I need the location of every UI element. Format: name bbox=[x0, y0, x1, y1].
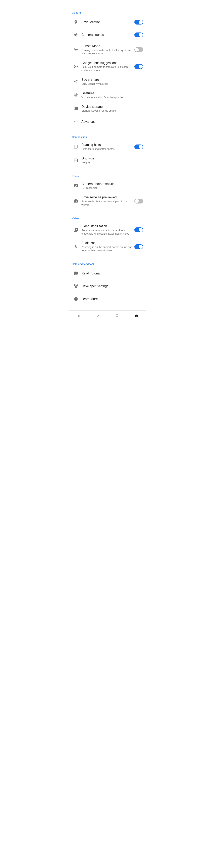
toggle-thumb-video-stabilisation bbox=[139, 228, 143, 232]
camera-icon bbox=[72, 184, 80, 188]
setting-title-grid-type: Grid type bbox=[81, 156, 143, 161]
setting-item-developer-settings[interactable]: Developer Settings bbox=[69, 280, 146, 292]
section-header-help-feedback: Help and feedback bbox=[69, 258, 146, 267]
info-icon bbox=[72, 297, 80, 301]
nav-recents-button[interactable]: □ bbox=[111, 311, 123, 321]
setting-item-device-storage[interactable]: Device storageStorage Saver, Free up spa… bbox=[69, 102, 146, 116]
setting-subtitle-device-storage: Storage Saver, Free up space bbox=[81, 109, 143, 113]
setting-subtitle-social-share: Duo, Signal, WhatsApp bbox=[81, 82, 143, 86]
svg-point-1 bbox=[74, 121, 75, 122]
setting-title-camera-sounds: Camera sounds bbox=[81, 33, 134, 37]
setting-subtitle-audio-zoom: Zooming in on the subject boosts sound a… bbox=[81, 246, 134, 252]
setting-title-camera-photo-resolution: Camera photo resolution bbox=[81, 182, 143, 186]
toggle-thumb-camera-sounds bbox=[139, 33, 143, 37]
toggle-thumb-sunset-mode bbox=[135, 48, 139, 52]
setting-item-save-selfie[interactable]: Save selfie as previewedSave selfie phot… bbox=[69, 192, 146, 210]
section-header-general: General bbox=[69, 7, 146, 16]
section-header-video: Video bbox=[69, 213, 146, 221]
setting-title-device-storage: Device storage bbox=[81, 105, 143, 109]
setting-title-developer-settings: Developer Settings bbox=[81, 284, 143, 288]
toggle-thumb-audio-zoom bbox=[139, 245, 143, 249]
setting-subtitle-framing-hints: Hints for taking better photos bbox=[81, 148, 134, 151]
selfie-icon bbox=[72, 199, 80, 203]
volume-icon bbox=[72, 33, 80, 37]
setting-title-gestures: Gestures bbox=[81, 91, 143, 95]
section-divider-composition bbox=[69, 169, 146, 169]
setting-title-audio-zoom: Audio zoom bbox=[81, 241, 134, 245]
setting-subtitle-grid-type: No grid bbox=[81, 161, 143, 164]
developer-icon bbox=[72, 284, 80, 288]
svg-point-0 bbox=[75, 66, 76, 67]
nav-lock-button[interactable] bbox=[131, 311, 143, 321]
setting-title-social-share: Social share bbox=[81, 78, 143, 82]
framing-icon bbox=[72, 145, 80, 149]
toggle-thumb-save-location bbox=[139, 20, 143, 24]
setting-subtitle-video-stabilisation: Reduce camera shake to make videos smoot… bbox=[81, 229, 134, 236]
setting-title-save-location: Save location bbox=[81, 20, 134, 24]
svg-point-2 bbox=[75, 121, 76, 122]
setting-title-sunset-mode: Sunset Mode bbox=[81, 44, 134, 48]
tutorial-icon bbox=[72, 271, 80, 276]
back-button[interactable] bbox=[70, 3, 73, 5]
setting-item-camera-photo-resolution[interactable]: Camera photo resolutionFull resolution bbox=[69, 179, 146, 193]
setting-title-video-stabilisation: Video stabilisation bbox=[81, 224, 134, 228]
setting-subtitle-gestures: Volume key action, Double-tap action bbox=[81, 96, 143, 99]
setting-subtitle-google-lens: Point your camera to translate text, sca… bbox=[81, 65, 134, 72]
setting-item-read-tutorial[interactable]: Read Tutorial bbox=[69, 267, 146, 280]
setting-item-audio-zoom[interactable]: Audio zoomZooming in on the subject boos… bbox=[69, 238, 146, 255]
setting-title-read-tutorial: Read Tutorial bbox=[81, 272, 143, 276]
setting-subtitle-camera-photo-resolution: Full resolution bbox=[81, 186, 143, 190]
setting-title-learn-more: Learn More bbox=[81, 297, 143, 301]
setting-title-save-selfie: Save selfie as previewed bbox=[81, 195, 134, 199]
setting-item-learn-more[interactable]: Learn More bbox=[69, 292, 146, 305]
storage-icon bbox=[72, 106, 80, 111]
setting-item-save-location[interactable]: Save location bbox=[69, 16, 146, 29]
section-divider-photo bbox=[69, 211, 146, 211]
toggle-save-selfie[interactable] bbox=[134, 199, 143, 204]
share-icon bbox=[72, 80, 80, 84]
toggle-thumb-google-lens bbox=[139, 65, 143, 68]
toggle-thumb-save-selfie bbox=[135, 199, 139, 203]
setting-subtitle-sunset-mode: Turning this on will enable the library … bbox=[81, 49, 134, 55]
sunset-icon bbox=[72, 48, 80, 52]
location-icon bbox=[72, 20, 80, 24]
toggle-save-location[interactable] bbox=[134, 20, 143, 25]
grid-icon bbox=[72, 158, 80, 163]
setting-item-sunset-mode[interactable]: Sunset ModeTurning this on will enable t… bbox=[69, 41, 146, 58]
gesture-icon bbox=[72, 93, 80, 97]
section-header-photo: Photo bbox=[69, 170, 146, 179]
setting-item-gestures[interactable]: GesturesVolume key action, Double-tap ac… bbox=[69, 89, 146, 102]
stabilise-icon bbox=[72, 227, 80, 232]
setting-item-video-stabilisation[interactable]: Video stabilisationReduce camera shake t… bbox=[69, 221, 146, 238]
setting-title-framing-hints: Framing hints bbox=[81, 143, 134, 147]
lens-icon bbox=[72, 64, 80, 69]
setting-item-google-lens[interactable]: Google Lens suggestionsPoint your camera… bbox=[69, 58, 146, 75]
toggle-thumb-framing-hints bbox=[139, 145, 143, 149]
setting-item-camera-sounds[interactable]: Camera sounds bbox=[69, 29, 146, 41]
section-header-composition: Composition bbox=[69, 131, 146, 140]
setting-item-framing-hints[interactable]: Framing hintsHints for taking better pho… bbox=[69, 140, 146, 154]
setting-item-advanced[interactable]: Advanced bbox=[69, 115, 146, 128]
svg-point-4 bbox=[75, 185, 76, 187]
setting-title-advanced: Advanced bbox=[81, 120, 143, 124]
toggle-video-stabilisation[interactable] bbox=[134, 227, 143, 232]
section-divider-help-feedback bbox=[69, 307, 146, 307]
audio-zoom-icon bbox=[72, 245, 80, 249]
nav-home-button[interactable]: ○ bbox=[92, 311, 104, 321]
navigation-bar: ◁ ○ □ bbox=[69, 310, 146, 321]
setting-item-social-share[interactable]: Social shareDuo, Signal, WhatsApp bbox=[69, 75, 146, 89]
toggle-google-lens[interactable] bbox=[134, 64, 143, 69]
header bbox=[69, 0, 146, 7]
toggle-framing-hints[interactable] bbox=[134, 145, 143, 149]
setting-item-grid-type[interactable]: Grid typeNo grid bbox=[69, 154, 146, 167]
toggle-audio-zoom[interactable] bbox=[134, 244, 143, 249]
setting-subtitle-save-selfie: Save selfie photos as they appear in the… bbox=[81, 200, 134, 207]
setting-title-google-lens: Google Lens suggestions bbox=[81, 61, 134, 65]
svg-point-3 bbox=[77, 121, 78, 122]
more-icon bbox=[72, 120, 80, 124]
toggle-sunset-mode[interactable] bbox=[134, 47, 143, 52]
section-divider-general bbox=[69, 130, 146, 130]
toggle-camera-sounds[interactable] bbox=[134, 32, 143, 37]
nav-back-button[interactable]: ◁ bbox=[72, 311, 84, 321]
